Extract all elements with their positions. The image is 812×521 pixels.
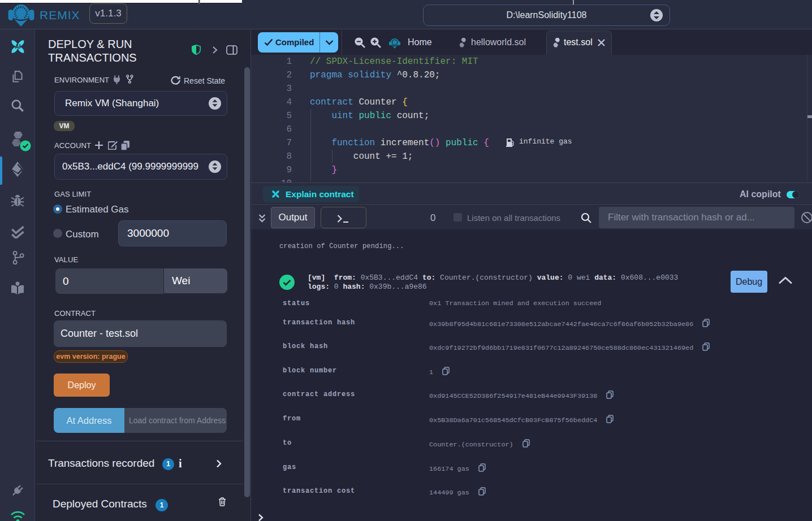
svg-text:AI: AI: [15, 44, 20, 50]
